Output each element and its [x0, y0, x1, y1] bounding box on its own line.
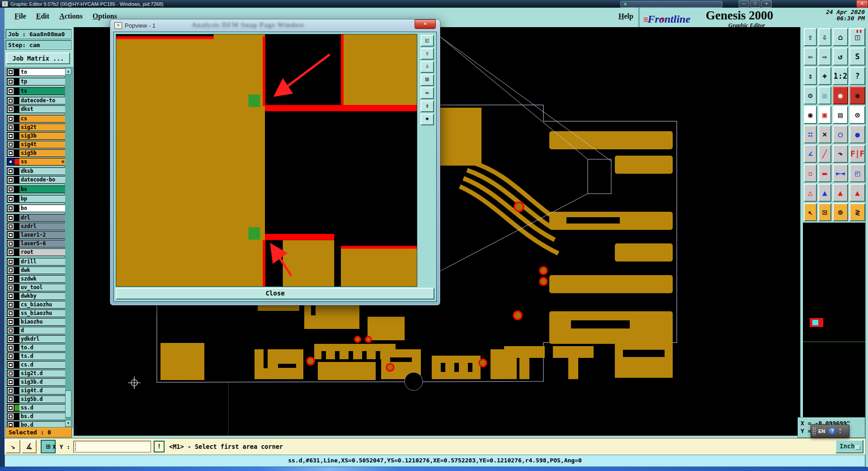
layer-row-laser5-6[interactable]: laser5-6: [7, 240, 66, 247]
popview-canvas[interactable]: [116, 34, 417, 287]
layer-checkbox[interactable]: [8, 388, 14, 394]
layer-row-drl[interactable]: drl: [7, 214, 66, 222]
layer-row-sig2t[interactable]: sig2t: [7, 124, 66, 131]
layer-row-ss.d[interactable]: ss.d: [7, 404, 66, 412]
change-width-button[interactable]: ⇤⇥: [833, 164, 849, 182]
copy-point-button[interactable]: ●: [849, 125, 865, 143]
layer-row-laser1-2[interactable]: laser1-2: [7, 231, 66, 239]
layer-checkbox[interactable]: [8, 215, 14, 221]
route-angle-1-button[interactable]: △: [804, 184, 817, 202]
layer-checkbox[interactable]: [8, 414, 14, 419]
view-left-button[interactable]: ⇦: [804, 48, 817, 66]
popview-close-button[interactable]: Close: [116, 288, 434, 300]
layer-row-tp[interactable]: tp: [7, 78, 66, 86]
layer-checkbox[interactable]: [8, 379, 14, 385]
layer-scrollbar[interactable]: ▲ ▼: [65, 68, 72, 427]
view-up-button[interactable]: ⇧: [804, 28, 817, 46]
measure-angle-button[interactable]: ∡: [22, 440, 37, 453]
layer-row-ss_biaozhu[interactable]: ss_biaozhu: [7, 309, 66, 317]
popview-clone-button[interactable]: ◱: [420, 35, 434, 47]
popview-titlebar[interactable]: x Popview - 1 Analysis DFM Snap Page Win…: [110, 19, 440, 32]
layer-checkbox[interactable]: [8, 259, 14, 265]
layers-flag-button[interactable]: ◉: [849, 86, 865, 105]
zoom-ratio-button[interactable]: 1:2: [833, 67, 849, 85]
layer-checkbox[interactable]: [8, 177, 14, 183]
language-bar[interactable]: EN ? ▪▾: [811, 424, 849, 438]
menu-actions[interactable]: Actions: [59, 12, 83, 20]
delete-entity-button[interactable]: ×: [818, 125, 831, 143]
layer-checkbox[interactable]: [8, 241, 14, 247]
popview-pan-up-button[interactable]: ⇧: [420, 48, 434, 60]
layer-checkbox[interactable]: [8, 124, 14, 130]
scroll-up-icon[interactable]: ▲: [65, 68, 71, 75]
layer-checkbox[interactable]: [8, 310, 14, 316]
layer-checkbox[interactable]: [8, 88, 14, 94]
layer-checkbox[interactable]: [8, 186, 14, 192]
layer-row-sig5b.d[interactable]: sig5b.d: [7, 395, 66, 403]
layer-row-bs.d[interactable]: bs.d: [7, 413, 66, 420]
layer-row-szdwk[interactable]: szdwk: [7, 275, 66, 283]
layer-row-sig4t[interactable]: sig4t: [7, 141, 66, 148]
popview-pan-down-button[interactable]: ⇩: [420, 61, 434, 73]
layer-checkbox[interactable]: [8, 205, 14, 211]
layer-checkbox[interactable]: [8, 196, 14, 202]
mirror-button[interactable]: F|F: [849, 145, 865, 163]
layer-checkbox[interactable]: [8, 116, 14, 122]
rotate-view-button[interactable]: ↺: [833, 48, 849, 66]
popview-fit-height-button[interactable]: ⇕: [420, 100, 434, 112]
layer-row-datecode-to[interactable]: datecode-to: [7, 97, 66, 105]
layer-checkbox[interactable]: [8, 319, 14, 325]
layer-row-cs[interactable]: cs: [7, 115, 66, 123]
view-down-button[interactable]: ⇩: [818, 28, 831, 46]
select-region-button[interactable]: ⊚: [833, 203, 849, 221]
slope-line-button[interactable]: ╱: [818, 145, 831, 163]
ime-help-icon[interactable]: ?: [829, 428, 836, 435]
route-angle-2-button[interactable]: ▲: [818, 184, 831, 202]
layer-row-dkst[interactable]: dkst: [7, 105, 66, 113]
layer-checkbox[interactable]: [8, 79, 14, 85]
move-frame-button[interactable]: ▣: [818, 106, 831, 124]
layer-checkbox[interactable]: [8, 249, 14, 255]
layer-row-to[interactable]: to: [7, 68, 66, 76]
fit-view-button[interactable]: ⇕: [804, 67, 817, 85]
xy-input[interactable]: [73, 441, 151, 452]
minimize-button[interactable]: —: [739, 0, 749, 8]
layer-row-ts[interactable]: ts: [7, 87, 66, 95]
setup-tools-button[interactable]: ⚙: [804, 86, 817, 105]
layer-checkbox[interactable]: [8, 302, 14, 308]
select-frame-button[interactable]: ⊡: [818, 203, 831, 221]
layer-row-bp[interactable]: bp: [7, 195, 66, 203]
layer-checkbox[interactable]: [8, 293, 14, 299]
layer-checkbox[interactable]: [8, 267, 14, 273]
popview-window[interactable]: x Popview - 1 Analysis DFM Snap Page Win…: [110, 19, 440, 305]
route-angle-3-button[interactable]: ▲: [833, 184, 849, 202]
layer-row-ss[interactable]: ss⊞: [7, 158, 66, 166]
pad-snap-button[interactable]: ▫: [804, 164, 817, 182]
close-button[interactable]: ×: [761, 0, 772, 8]
layer-row-d[interactable]: d: [7, 327, 66, 334]
popview-fit-width-button[interactable]: ⇔: [420, 87, 434, 99]
layer-checkbox[interactable]: [8, 353, 14, 359]
maximize-button[interactable]: □: [750, 0, 760, 8]
layer-row-drill[interactable]: drill: [7, 258, 66, 266]
layer-checkbox[interactable]: [8, 106, 14, 112]
measure-angle-mode-button[interactable]: ∠: [804, 145, 817, 163]
layer-checkbox[interactable]: [8, 232, 14, 238]
home-view-button[interactable]: ⌂: [833, 28, 849, 46]
scrollbar-thumb[interactable]: [65, 390, 71, 418]
select-arrow-button[interactable]: ↖: [804, 203, 817, 221]
arc-mode-button[interactable]: ↷: [833, 145, 849, 163]
background-window-close-button[interactable]: ×: [856, 0, 868, 8]
layer-checkbox[interactable]: [8, 345, 14, 351]
layer-row-sig4t.d[interactable]: sig4t.d: [7, 387, 66, 395]
layer-row-sig5b[interactable]: sig5b: [7, 149, 66, 157]
layer-checkbox[interactable]: [8, 224, 14, 229]
popview-locate-button[interactable]: ⌖: [420, 114, 434, 125]
layer-row-szdrl[interactable]: szdrl: [7, 223, 66, 230]
overview-panel[interactable]: [803, 223, 865, 417]
shape-swap-button[interactable]: ◰: [849, 164, 865, 182]
language-indicator[interactable]: EN: [818, 428, 825, 434]
pan-center-button[interactable]: ⌖: [818, 67, 831, 85]
layer-row-sig3b[interactable]: sig3b: [7, 132, 66, 140]
layer-row-ts.d[interactable]: ts.d: [7, 352, 66, 360]
